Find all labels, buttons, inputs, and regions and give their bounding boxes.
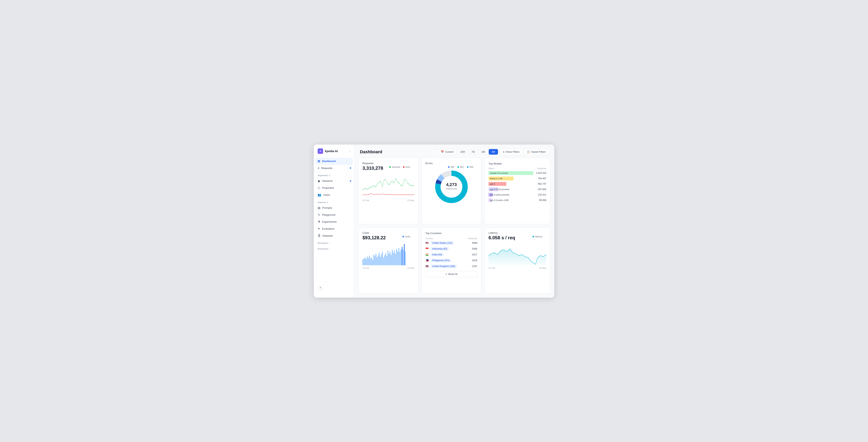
legend-500: 500 xyxy=(467,166,473,168)
filter-icon: ⧖ xyxy=(503,150,504,154)
requests-card: Requests success error 3,310,278 xyxy=(359,158,418,224)
filter-24h[interactable]: 24H xyxy=(458,149,468,155)
latency-title: Latency xyxy=(489,231,498,234)
latency-chart: 22 Feb 23 May xyxy=(489,242,546,269)
sidebar-item-label: Sessions xyxy=(322,179,333,182)
section-improve: Improve ∨ xyxy=(314,198,354,204)
donut-chart: 4,273 Total Errors xyxy=(426,166,477,206)
svg-rect-47 xyxy=(402,247,402,265)
sidebar-item-label: Users xyxy=(323,193,330,196)
svg-rect-34 xyxy=(388,251,388,265)
filter-1m[interactable]: 1M xyxy=(478,149,488,155)
svg-text:Total Errors: Total Errors xyxy=(446,188,457,190)
saved-filters-button[interactable]: 📋 Saved Filters xyxy=(524,149,549,155)
model-bar-0: claude-3.5-sonnet xyxy=(489,171,533,175)
sidebar-item-evaluators[interactable]: ✦ Evaluators xyxy=(314,225,354,232)
legend-400: 400 xyxy=(448,166,454,168)
sidebar-nav: ⊞ Dashboard ≡ Requests Segments ∨ ◉ Sess… xyxy=(314,158,354,282)
svg-rect-21 xyxy=(373,254,374,265)
sidebar-item-label: Properties xyxy=(322,186,334,189)
show-filters-button[interactable]: ⧖ Show Filters xyxy=(500,149,523,155)
costs-dates: 22 Feb 23 May xyxy=(363,267,414,269)
dot-401 xyxy=(458,166,459,168)
svg-rect-40 xyxy=(394,250,395,265)
country-row-1: 🇮🇩 Indonesia (ID) 2948 xyxy=(426,247,477,251)
latency-dot xyxy=(532,236,534,237)
svg-rect-32 xyxy=(385,253,386,265)
requests-dot xyxy=(350,167,351,169)
legend-401: 401 xyxy=(458,166,464,168)
collapse-button[interactable]: ‹ xyxy=(349,149,350,153)
flag-id: 🇮🇩 xyxy=(426,247,429,250)
datasets-icon: 🗄 xyxy=(318,234,320,237)
sidebar-item-prompts[interactable]: ▤ Prompts xyxy=(314,204,354,211)
filter-7d[interactable]: 7D xyxy=(469,149,478,155)
country-name-2: India (IN) xyxy=(430,253,444,257)
help-button[interactable]: ? xyxy=(318,285,323,291)
success-dot xyxy=(389,166,391,168)
svg-rect-20 xyxy=(372,260,373,265)
svg-rect-13 xyxy=(365,258,365,265)
prompts-icon: ▤ xyxy=(318,206,320,210)
svg-rect-19 xyxy=(371,257,372,265)
errors-card: Errors 400 401 500 xyxy=(422,158,481,224)
sidebar-item-dashboard[interactable]: ⊞ Dashboard xyxy=(315,158,353,165)
svg-rect-18 xyxy=(370,259,371,265)
errors-title: Errors xyxy=(426,162,433,165)
requests-title: Requests xyxy=(363,162,373,165)
sidebar-item-playground[interactable]: ✎ Playground xyxy=(314,211,354,218)
sidebar-item-label: Datasets xyxy=(322,234,333,237)
dot-500 xyxy=(467,166,468,168)
model-bar-3: gpt-4-0125-preview xyxy=(489,188,498,191)
errors-legend: 400 401 500 xyxy=(448,166,473,168)
country-name-3: Philippines (PH) xyxy=(430,259,452,262)
latency-legend-item: latency xyxy=(532,235,542,238)
sidebar-item-users[interactable]: 👥 Users xyxy=(314,192,354,198)
main-content: Dashboard 📅 Custom 24H 7D 1M 3M ⧖ Show F… xyxy=(354,144,554,298)
svg-rect-48 xyxy=(403,250,404,265)
sidebar-item-sessions[interactable]: ◉ Sessions xyxy=(314,177,354,184)
app-name: Xpedia AI xyxy=(324,149,338,153)
requests-chart: 22 Feb 23 May xyxy=(363,172,414,202)
evaluators-icon: ✦ xyxy=(318,227,320,231)
flag-ph: 🇵🇭 xyxy=(426,259,429,262)
countries-header: Country Requests xyxy=(426,237,477,239)
sidebar-item-properties[interactable]: ⬡ Properties xyxy=(314,184,354,192)
svg-rect-16 xyxy=(368,258,369,265)
models-list: Name Requests claude-3.5-sonnet 1,423,41… xyxy=(489,167,546,202)
dashboard-icon: ⊞ xyxy=(318,160,320,163)
svg-rect-26 xyxy=(379,253,379,265)
top-countries-card: Top Countries Country Requests 🇺🇸 United… xyxy=(422,227,481,294)
model-row: gpt-4 562,747 xyxy=(489,182,546,186)
filter-3m[interactable]: 3M xyxy=(489,149,498,155)
country-row-3: 🇵🇭 Philippines (PH) 1919 xyxy=(426,259,477,262)
svg-rect-27 xyxy=(380,257,381,265)
svg-rect-42 xyxy=(396,249,397,265)
svg-rect-11 xyxy=(363,260,363,265)
sidebar-item-label: Experiments xyxy=(322,220,337,223)
svg-rect-25 xyxy=(378,255,378,265)
properties-icon: ⬡ xyxy=(318,186,320,190)
section-developer[interactable]: Developer › xyxy=(314,239,354,245)
error-legend: error xyxy=(403,166,410,168)
sidebar-item-experiments[interactable]: ⚗ Experiments xyxy=(314,218,354,225)
sidebar-item-requests[interactable]: ≡ Requests xyxy=(314,165,354,171)
model-row: gpt-4-0125-preview 297,925 xyxy=(489,188,546,191)
country-name-4: United Kingdom (GB) xyxy=(430,264,457,268)
sidebar-item-datasets[interactable]: 🗄 Datasets xyxy=(314,232,354,239)
filter-custom[interactable]: 📅 Custom xyxy=(438,149,457,155)
model-bar-5: gpt-3.5-turbo-1106 xyxy=(489,198,492,202)
sessions-dot xyxy=(350,180,351,181)
section-enterprise[interactable]: Enterprise › xyxy=(314,245,354,251)
costs-dot xyxy=(402,236,404,237)
model-row: claude-3.5-sonnet 1,423,419 xyxy=(489,171,546,175)
sidebar: ✦ Xpedia AI ‹ ⊞ Dashboard ≡ Requests Seg… xyxy=(314,144,354,298)
sidebar-item-label: Evaluators xyxy=(322,227,335,230)
model-bar-4: gpt-4-turbo-preview xyxy=(489,193,493,197)
country-name-1: Indonesia (ID) xyxy=(430,247,449,251)
latency-card: Latency latency 6.058 s / req xyxy=(485,227,550,294)
show-all-button[interactable]: ⤢ Show All xyxy=(426,271,477,277)
model-row: llama-3.1-8b 794,467 xyxy=(489,176,546,180)
requests-dates: 22 Feb 23 May xyxy=(363,199,414,202)
users-icon: 👥 xyxy=(318,193,321,197)
